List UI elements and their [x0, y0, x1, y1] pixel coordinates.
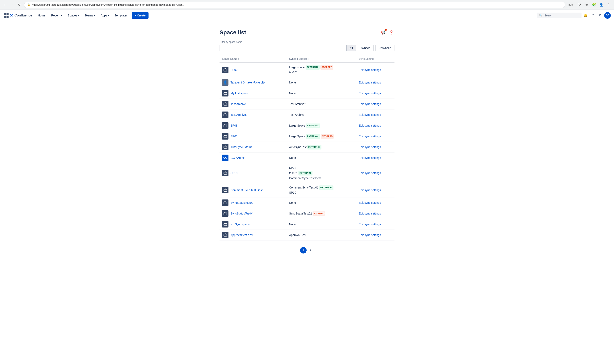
help-circle-button[interactable]: ❓: [388, 29, 394, 36]
space-name-cell: No Sync space: [220, 219, 287, 230]
browser-bookmark-icon[interactable]: ★: [584, 2, 590, 8]
space-name-link[interactable]: SyncStatusTest02: [231, 201, 253, 204]
edit-sync-settings-link[interactable]: Edit sync settings: [359, 81, 381, 84]
nav-item-teams[interactable]: Teams ▾: [82, 12, 98, 19]
nav-item-apps[interactable]: Apps ▾: [98, 12, 112, 19]
pagination-prev[interactable]: ‹: [293, 247, 299, 254]
svg-rect-6: [224, 146, 227, 149]
table-row: SyncStatusTest02NoneEdit sync settings: [220, 197, 394, 208]
pagination-next[interactable]: ›: [315, 247, 321, 254]
edit-sync-settings-link[interactable]: Edit sync settings: [359, 234, 381, 237]
space-name-link[interactable]: SP08: [231, 124, 237, 127]
filter-synced-button[interactable]: Synced: [358, 45, 374, 51]
nav-item-templates[interactable]: Templates: [112, 12, 130, 19]
space-name-cell: 👤Takafumi Ohtake -Ricksoft-: [220, 77, 287, 88]
browser-menu-icon[interactable]: ⋮: [606, 2, 612, 8]
browser-address-bar[interactable]: 🔒 https://takafumi-test6.atlassian.net/w…: [24, 2, 565, 8]
browser-shield-icon[interactable]: 🛡: [577, 2, 582, 8]
synced-spaces-cell: AutoSyncTestEXTERNAL: [287, 142, 356, 153]
edit-sync-settings-link[interactable]: Edit sync settings: [359, 102, 381, 106]
edit-sync-settings-link[interactable]: Edit sync settings: [359, 188, 381, 192]
pagination-page-1[interactable]: 1: [300, 247, 307, 254]
synced-space-entry: SP10: [289, 190, 354, 195]
sync-setting-cell: Edit sync settings: [356, 153, 394, 163]
user-avatar[interactable]: GO: [604, 12, 611, 19]
table-row: My first spaceNoneEdit sync settings: [220, 88, 394, 99]
confluence-logo[interactable]: ✕ Confluence: [10, 13, 32, 18]
sync-setting-cell: Edit sync settings: [356, 77, 394, 88]
space-name-link[interactable]: GCP Admin: [231, 156, 245, 159]
browser-zoom: 80%: [567, 3, 574, 7]
notifications-button[interactable]: 🔔: [582, 12, 589, 19]
edit-sync-settings-link[interactable]: Edit sync settings: [359, 171, 381, 175]
filter-section: Filter by space name All Synced Unsynced: [220, 41, 394, 51]
synced-space-entry: Comment Sync Test Dest: [289, 176, 354, 181]
edit-sync-settings-link[interactable]: Edit sync settings: [359, 124, 381, 127]
nav-item-recent[interactable]: Recent ▾: [49, 12, 64, 19]
pagination-page-2[interactable]: 2: [307, 247, 314, 254]
search-bar[interactable]: 🔍 Search: [537, 13, 581, 18]
space-name-link[interactable]: Test Archive2: [231, 113, 247, 117]
browser-extensions-icon[interactable]: 🧩: [591, 2, 597, 8]
edit-sync-settings-link[interactable]: Edit sync settings: [359, 156, 381, 159]
synced-space-entry: None: [289, 80, 354, 85]
table-row: Comment Sync Test DestComment Sync Test …: [220, 183, 394, 197]
space-name-link[interactable]: SP02: [231, 68, 237, 72]
edit-sync-settings-link[interactable]: Edit sync settings: [359, 68, 381, 72]
space-name-link[interactable]: SP01: [231, 135, 237, 138]
space-name-link[interactable]: Comment Sync Test Dest: [231, 188, 263, 192]
external-tag: EXTERNAL: [306, 124, 320, 128]
synced-space-entry: None: [289, 200, 354, 205]
space-name-link[interactable]: SP10: [231, 171, 237, 175]
space-name-link[interactable]: No Sync space: [231, 223, 250, 226]
avatar-initials: GO: [606, 14, 610, 17]
announcement-icon-button[interactable]: 📢: [380, 29, 386, 36]
browser-forward-button[interactable]: →: [9, 2, 15, 8]
edit-sync-settings-link[interactable]: Edit sync settings: [359, 91, 381, 95]
svg-rect-5: [224, 136, 227, 138]
space-name-cell: SP10: [220, 163, 287, 183]
browser-nav-buttons: ← → ↻: [2, 2, 22, 8]
notification-badge-wrapper: 📢: [380, 29, 386, 36]
filter-unsynced-button[interactable]: Unsynced: [375, 45, 394, 51]
edit-sync-settings-link[interactable]: Edit sync settings: [359, 145, 381, 149]
space-name-link[interactable]: Approval test dest: [231, 234, 253, 237]
browser-back-button[interactable]: ←: [2, 2, 8, 8]
space-name-link[interactable]: AutoSyncExternal: [231, 145, 253, 149]
settings-button[interactable]: ⚙: [597, 12, 603, 19]
browser-refresh-button[interactable]: ↻: [16, 2, 22, 8]
sync-setting-cell: Edit sync settings: [356, 163, 394, 183]
table-row: SP08Large SpaceEXTERNALEdit sync setting…: [220, 120, 394, 131]
stopped-tag: STOPPED: [321, 134, 334, 139]
space-name-link[interactable]: SyncStatusTest04: [231, 212, 253, 215]
col-synced-spaces[interactable]: Synced Spaces ↕: [287, 55, 356, 63]
nav-item-spaces[interactable]: Spaces ▾: [65, 12, 82, 19]
space-name-cell: Comment Sync Test Dest: [220, 183, 287, 197]
space-name-link[interactable]: Test Archive: [231, 102, 246, 106]
edit-sync-settings-link[interactable]: Edit sync settings: [359, 135, 381, 138]
filter-buttons: All Synced Unsynced: [346, 45, 394, 51]
edit-sync-settings-link[interactable]: Edit sync settings: [359, 223, 381, 226]
space-name-cell: SP02: [220, 63, 287, 77]
apps-grid-icon[interactable]: [3, 13, 9, 18]
space-name-link[interactable]: My first space: [231, 91, 248, 95]
create-button[interactable]: + Create: [132, 12, 149, 19]
space-name-cell: SyncStatusTest04: [220, 208, 287, 219]
filter-input[interactable]: [220, 45, 264, 51]
col-space-name[interactable]: Space Name ↕: [220, 55, 287, 63]
filter-all-button[interactable]: All: [346, 45, 356, 51]
synced-space-entry: None: [289, 91, 354, 96]
space-icon: [222, 221, 228, 228]
edit-sync-settings-link[interactable]: Edit sync settings: [359, 201, 381, 204]
space-name-link[interactable]: Takafumi Ohtake -Ricksoft-: [231, 81, 265, 84]
help-button[interactable]: ?: [590, 12, 596, 19]
edit-sync-settings-link[interactable]: Edit sync settings: [359, 212, 381, 215]
space-name-cell: SyncStatusTest02: [220, 197, 287, 208]
edit-sync-settings-link[interactable]: Edit sync settings: [359, 113, 381, 117]
page-title: Space list: [220, 29, 246, 36]
create-button-label: + Create: [135, 14, 146, 17]
space-name-cell: AutoSyncExternal: [220, 142, 287, 153]
nav-item-home[interactable]: Home: [35, 12, 48, 19]
browser-account-icon[interactable]: 👤: [599, 2, 604, 8]
synced-space-entry: Approval Test: [289, 233, 354, 238]
